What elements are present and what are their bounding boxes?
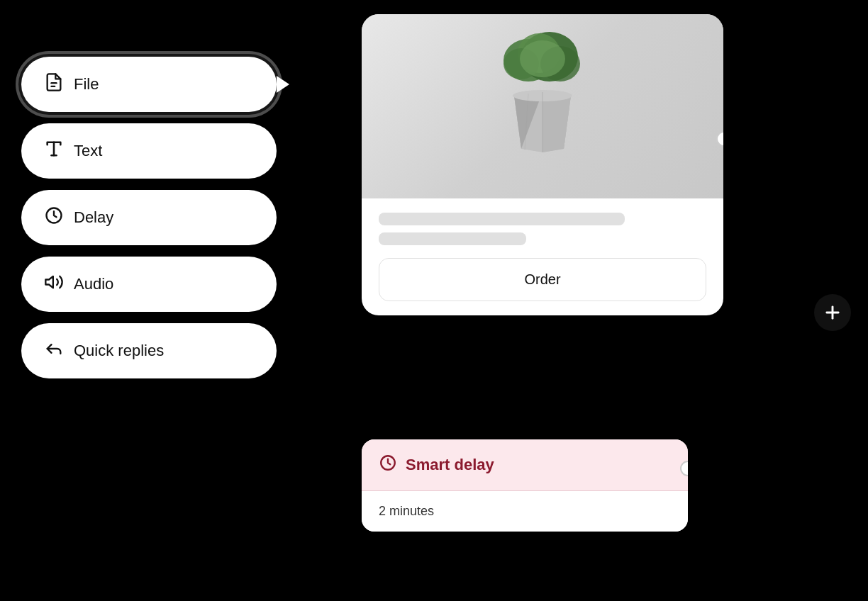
smart-delay-body: 2 minutes [362, 491, 688, 532]
canvas: File Text Delay [0, 0, 868, 601]
skeleton-subtitle [379, 232, 526, 245]
product-illustration [472, 25, 613, 188]
reply-icon [44, 339, 64, 363]
menu-item-quick-replies[interactable]: Quick replies [21, 323, 277, 378]
svg-point-11 [520, 40, 565, 77]
plus-icon [823, 303, 842, 322]
menu-item-text[interactable]: Text [21, 123, 277, 179]
file-arrow [277, 76, 289, 93]
smart-delay-duration: 2 minutes [379, 504, 434, 518]
menu-item-delay-label: Delay [74, 208, 113, 227]
menu-item-file[interactable]: File [21, 57, 277, 112]
order-button[interactable]: Order [379, 258, 706, 301]
add-button[interactable] [814, 294, 851, 331]
file-icon [44, 72, 64, 96]
audio-icon [44, 272, 64, 296]
menu-item-delay[interactable]: Delay [21, 190, 277, 245]
product-info: Order [362, 198, 723, 315]
smart-delay-card: Smart delay 2 minutes [362, 439, 688, 532]
text-icon [44, 139, 64, 163]
smart-delay-clock-icon [379, 454, 397, 476]
menu-item-quick-replies-label: Quick replies [74, 342, 164, 360]
svg-marker-5 [45, 276, 53, 288]
product-image [362, 14, 723, 198]
smart-delay-header: Smart delay [362, 439, 688, 491]
left-panel: File Text Delay [21, 57, 277, 378]
delay-clock-icon [44, 206, 64, 230]
menu-item-text-label: Text [74, 142, 102, 160]
menu-item-audio-label: Audio [74, 275, 113, 293]
product-card: Order [362, 14, 723, 315]
skeleton-title [379, 213, 625, 225]
smart-delay-title: Smart delay [406, 456, 494, 474]
menu-item-audio[interactable]: Audio [21, 257, 277, 312]
menu-item-file-label: File [74, 75, 99, 94]
